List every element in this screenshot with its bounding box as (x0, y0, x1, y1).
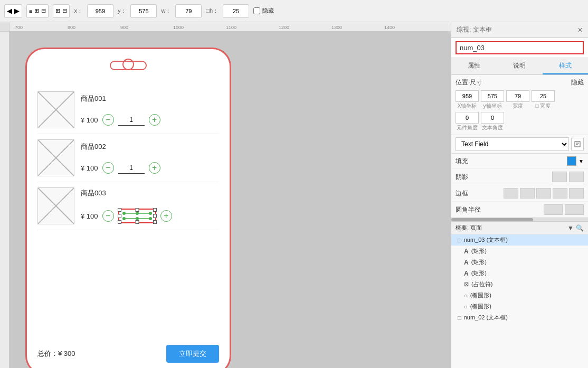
ruler-tick-1300: 1300 (331, 25, 342, 30)
product-img-2 (37, 139, 74, 176)
y-input[interactable] (133, 8, 154, 14)
x-input-group[interactable] (87, 4, 113, 18)
y-field: y轴坐标 (481, 90, 504, 110)
filter-icon[interactable]: ▼ (567, 224, 574, 232)
fill-row: 填充 ▼ (451, 154, 588, 169)
border-btn3[interactable] (536, 188, 551, 199)
search-icon[interactable]: 🔍 (576, 224, 584, 232)
submit-button[interactable]: 立即提交 (166, 345, 219, 363)
y-input-group[interactable] (130, 4, 157, 18)
shadow-btn1[interactable] (552, 172, 567, 182)
tab-style[interactable]: 样式 (543, 58, 588, 74)
overview-item-ellipse1[interactable]: ○ (椭圆形) (451, 290, 588, 301)
pos-y-input[interactable] (481, 90, 504, 102)
overview-item-placeholder[interactable]: ⊠ (占位符) (451, 279, 588, 290)
overview-name-4: (占位符) (471, 280, 492, 288)
name-row (451, 38, 588, 58)
product-name-1: 商品001 (81, 94, 219, 103)
panel-close-icon[interactable]: ✕ (577, 26, 583, 34)
qty-minus-3[interactable]: − (102, 210, 114, 222)
border-btn4[interactable] (553, 188, 567, 199)
overview-item-ellipse2[interactable]: ○ (椭圆形) (451, 301, 588, 312)
border-btn2[interactable] (520, 188, 535, 199)
pos-row-1: X轴坐标 y轴坐标 宽度 □ 宽度 (456, 90, 584, 110)
qty-input-2[interactable] (118, 162, 145, 174)
layout2-icon: ⊟ (62, 7, 67, 14)
overview-item-rect2[interactable]: A (矩形) (451, 257, 588, 268)
x-input[interactable] (90, 8, 111, 14)
border-btn1[interactable] (504, 188, 518, 199)
overview-name-7: num_02 (文本框) (464, 314, 508, 322)
hidden-toggle: 隐藏 (571, 78, 584, 87)
nav-prev-icon[interactable]: ◀ (7, 7, 12, 15)
h-label: □h： (206, 7, 219, 15)
overview-item-rect3[interactable]: A (矩形) (451, 268, 588, 279)
nav-next-icon[interactable]: ▶ (14, 7, 20, 15)
overview-item-rect1[interactable]: A (矩形) (451, 246, 588, 257)
qty-plus-2[interactable]: + (149, 162, 160, 174)
product-price-3: ¥ 100 (81, 212, 98, 220)
right-panel: 综视: 文本框 ✕ 属性 说明 样式 位置·尺寸 隐藏 (451, 22, 588, 368)
angle1-input[interactable] (456, 112, 479, 124)
qty-minus-2[interactable]: − (102, 162, 114, 174)
pos-w-input[interactable] (506, 90, 529, 102)
panel-tabs: 属性 说明 样式 (451, 58, 588, 75)
canvas-area: 700 800 900 1000 1100 1200 1300 1400 (0, 22, 451, 368)
border-btn5[interactable] (569, 188, 584, 199)
pos-h-input[interactable] (532, 90, 555, 102)
qty-plus-1[interactable]: + (149, 114, 160, 126)
corner-btn1[interactable] (544, 204, 563, 215)
angle2-sublabel: 文本角度 (482, 124, 503, 131)
qty-input-1[interactable] (118, 114, 145, 126)
ruler-tick-800: 800 (68, 25, 75, 30)
toolbar-nav-group: ◀ ▶ (4, 4, 22, 18)
border-controls (504, 188, 584, 199)
border-row: 边框 (451, 185, 588, 202)
h-input[interactable] (225, 8, 246, 14)
overview-icon-4: ⊠ (464, 281, 469, 288)
overview-name-5: (椭圆形) (470, 291, 491, 299)
corner-btn2[interactable] (565, 204, 584, 215)
h-input-group[interactable] (223, 4, 249, 18)
align3-icon: ⊟ (41, 7, 46, 14)
w-input[interactable] (178, 8, 199, 14)
phone-frame: 商品001 ¥ 100 − + (25, 48, 231, 368)
fill-dropdown-icon[interactable]: ▼ (578, 158, 584, 164)
overview-icon-7: □ (458, 315, 461, 321)
ruler-tick-1200: 1200 (279, 25, 289, 30)
type-selector[interactable]: Text Field (456, 137, 569, 151)
product-item-1: 商品001 ¥ 100 − + (37, 86, 219, 134)
overview-item-num03[interactable]: □ num_03 (文本框) (451, 234, 588, 246)
type-icon-button[interactable] (571, 138, 584, 150)
shadow-btn2[interactable] (569, 172, 584, 182)
component-name-input[interactable] (456, 41, 584, 54)
w-label: w： (161, 7, 171, 15)
angle2-input[interactable] (481, 112, 504, 124)
overview-icon-6: ○ (464, 304, 468, 310)
overview-icon-0: □ (458, 237, 461, 243)
w-input-group[interactable] (175, 4, 202, 18)
phone-inner: 商品001 ¥ 100 − + (27, 49, 230, 246)
overview-icon-1: A (464, 248, 469, 255)
overview-icon-5: ○ (464, 292, 468, 299)
ruler-tick-900: 900 (120, 25, 128, 30)
hidden-checkbox[interactable] (253, 7, 260, 14)
align-icon: ≡ (29, 8, 32, 14)
overview-item-num02[interactable]: □ num_02 (文本框) (451, 312, 588, 323)
ruler-tick-1400: 1400 (384, 25, 395, 30)
corner-controls (544, 204, 584, 215)
angle1-sublabel: 元件角度 (457, 124, 478, 131)
pos-x-input[interactable] (456, 90, 479, 102)
overview-name-6: (椭圆形) (470, 303, 491, 310)
product-img-1 (37, 91, 74, 128)
type-selector-row: Text Field (451, 135, 588, 154)
qty-minus-1[interactable]: − (102, 114, 114, 126)
panel-scrollbar-area[interactable] (451, 218, 588, 222)
qty-plus-3[interactable]: + (160, 210, 172, 222)
tab-description[interactable]: 说明 (497, 58, 542, 74)
fill-color-swatch[interactable] (567, 156, 576, 166)
x-sublabel: X轴坐标 (458, 102, 477, 110)
tab-attributes[interactable]: 属性 (451, 58, 497, 74)
qty-selected-wrapper (118, 209, 156, 223)
hidden-checkbox-label[interactable]: 隐藏 (253, 7, 274, 15)
